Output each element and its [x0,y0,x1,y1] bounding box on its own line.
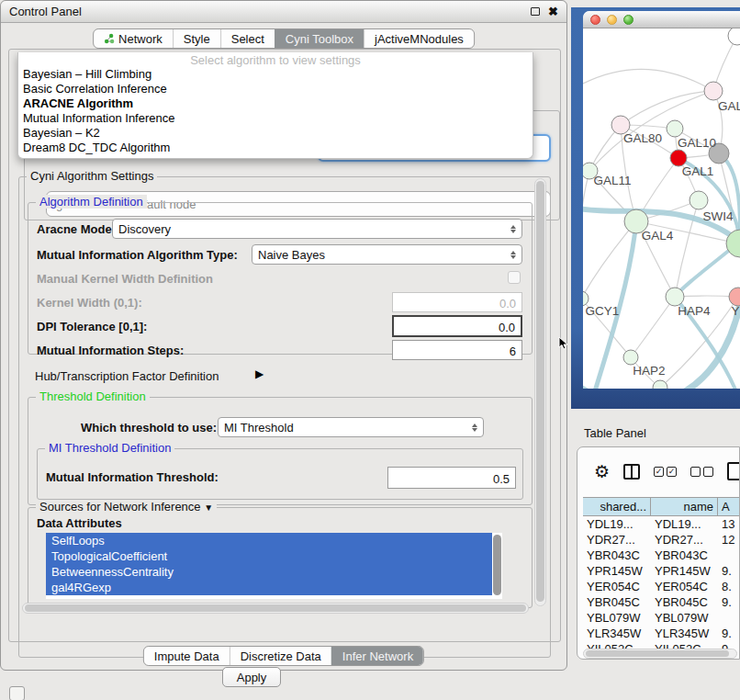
panel-corner-icon[interactable] [9,686,25,700]
table-panel-title: Table Panel [584,426,646,440]
aracne-mode-value: Discovery [118,222,507,236]
mi-steps-field[interactable] [392,340,522,360]
tab-style[interactable]: Style [173,29,220,48]
network-node-hap4[interactable] [666,288,684,306]
dropdown-item[interactable]: ARACNE Algorithm [18,96,533,111]
manual-kernel-checkbox[interactable] [508,271,521,284]
zoom-window-icon[interactable] [623,15,633,25]
network-node-gal[interactable] [704,82,723,100]
tab-discretize-data[interactable]: Discretize Data [230,647,331,665]
kernel-width-field[interactable] [392,292,522,312]
expanded-arrow-icon[interactable]: ▼ [204,502,213,513]
close-panel-icon[interactable]: ✖ [548,6,558,17]
table-row[interactable]: YBL079WYBL079W [583,610,740,626]
table-cell: 8. [718,579,740,594]
data-attributes-list[interactable]: SelfLoopsTopologicalCoefficientBetweenne… [46,533,502,599]
table-cell: YPR145W [651,563,718,579]
table-cell [718,610,740,626]
node-label: GAL11 [593,174,631,187]
apply-button[interactable]: Apply [222,667,281,687]
tab-infer-network[interactable]: Infer Network [331,647,423,665]
attribute-list-item[interactable]: TopologicalCoefficient [46,548,492,564]
mi-type-value: Naive Bayes [258,248,507,262]
collapsed-arrow-icon[interactable]: ▶ [255,367,263,380]
table-row[interactable]: YPR145WYPR145W9. [583,563,740,579]
network-canvas[interactable]: GALGAL80GAL10GAL1GAL11SWI4GAL4GCY1HAP4YH… [583,28,740,389]
dropdown-item[interactable]: Bayesian – Hill Climbing [18,67,533,82]
table-row[interactable]: YBR045CYBR045C9. [583,594,740,610]
cyni-settings-group-title: Cyni Algorithm Settings [27,169,157,183]
new-table-icon[interactable] [727,462,740,480]
attribute-list-item[interactable]: BetweennessCentrality [46,564,492,580]
network-node-gal10[interactable] [667,120,683,137]
column-header[interactable]: name [651,498,718,515]
network-node-hap2[interactable] [623,350,638,365]
dropdown-item[interactable]: Basic Correlation Inference [18,82,533,96]
network-graph: GALGAL80GAL10GAL1GAL11SWI4GAL4GCY1HAP4YH… [583,28,740,389]
column-header[interactable]: shared... [583,498,651,515]
attribute-list-item[interactable]: SelfLoops [46,533,492,548]
float-panel-icon[interactable] [531,7,540,16]
tab-select[interactable]: Select [220,29,275,48]
close-window-icon[interactable] [590,15,600,25]
node-label: GCY1 [586,304,620,318]
tab-jactivemnodules[interactable]: jActiveMNodules [364,29,474,48]
tab-impute-data[interactable]: Impute Data [144,647,230,665]
stepper-arrows-icon [510,225,516,233]
which-threshold-combobox[interactable]: MI Threshold [218,417,484,437]
table-cell: YLR345W [651,626,718,641]
gear-icon[interactable]: ⚙ [594,463,610,480]
node-label: HAP4 [678,304,711,318]
table-row[interactable]: YLR345WYLR345W9. [583,626,740,641]
network-edge[interactable] [631,297,675,357]
aracne-mode-combobox[interactable]: Discovery [112,219,522,239]
table-horizontal-scrollbar[interactable] [583,649,737,659]
network-edge[interactable] [583,69,713,91]
network-node-y[interactable] [729,288,740,306]
dropdown-item[interactable]: Mutual Information Inference [18,111,533,126]
table-cell: 9. [718,594,740,610]
network-node[interactable] [728,28,740,45]
mi-threshold-label: Mutual Information Threshold: [46,470,219,484]
table-row[interactable]: YBR043CYBR043C [583,548,740,563]
network-node[interactable] [653,380,667,389]
network-window-titlebar[interactable] [583,11,740,28]
columns-icon[interactable] [623,464,640,480]
tab-cyni-toolbox[interactable]: Cyni Toolbox [275,29,364,48]
table-cell: YDL19... [651,516,718,532]
network-window[interactable]: GALGAL80GAL10GAL1GAL11SWI4GAL4GCY1HAP4YH… [583,11,740,389]
table-toolbar: ⚙ ✓✓ [577,447,740,495]
data-attributes-label: Data Attributes [37,516,122,530]
table-row[interactable]: YER054CYER054C8. [583,579,740,594]
attribute-list-item[interactable]: gal4RGexp [46,580,492,595]
select-all-columns-icon[interactable]: ✓✓ [654,467,677,477]
dropdown-item[interactable]: Dream8 DC_TDC Algorithm [18,141,533,155]
bottom-tabbar: Impute DataDiscretize DataInfer Network [143,646,424,666]
settings-horizontal-scrollbar[interactable] [22,603,529,614]
tab-network[interactable]: Network [94,29,173,48]
tab-label: Select [231,32,264,46]
network-edge[interactable] [583,171,589,299]
list-scrollbar-thumb[interactable] [493,535,501,595]
settings-vertical-scrollbar[interactable] [534,178,546,606]
control-panel-title: Control Panel [9,5,82,18]
table-cell: YPR145W [583,563,651,579]
dropdown-item[interactable]: Bayesian – K2 [18,126,533,141]
algorithm-definition-title: Algorithm Definition [36,195,147,209]
node-label: GAL1 [682,164,714,178]
minimize-window-icon[interactable] [607,15,617,25]
mi-threshold-field[interactable] [387,467,516,489]
table-row[interactable]: YDR27...YDR27...12 [583,532,740,548]
dpi-tolerance-field[interactable] [392,315,522,337]
mi-steps-label: Mutual Information Steps: [37,344,184,357]
which-threshold-value: MI Threshold [224,421,468,435]
table-row[interactable]: YDL19...YDL19...13 [583,516,740,532]
node-label: SWI4 [702,209,733,223]
column-header[interactable]: A [718,498,740,515]
stepper-arrows-icon [472,423,477,432]
mi-type-label: Mutual Information Algorithm Type: [37,248,238,262]
mi-threshold-group-title: MI Threshold Definition [45,441,174,455]
mi-type-combobox[interactable]: Naive Bayes [252,244,522,265]
deselect-all-columns-icon[interactable] [690,467,713,477]
network-node-swi4[interactable] [690,191,708,209]
